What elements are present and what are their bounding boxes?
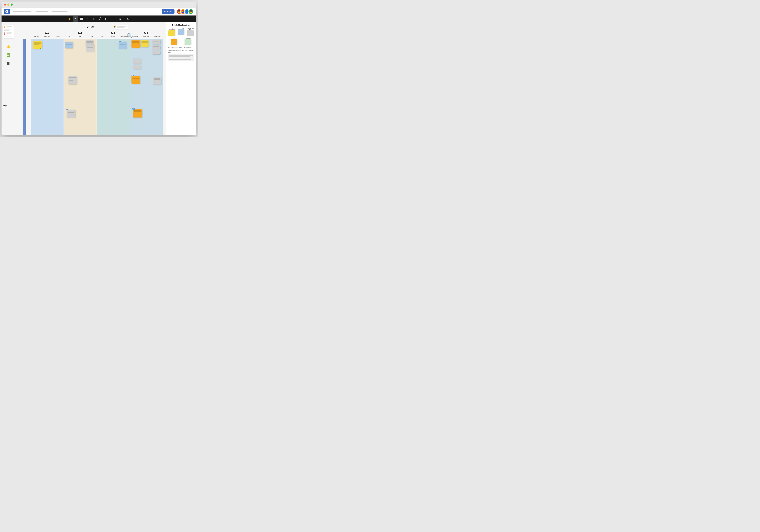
shape-tool-button[interactable]: ◧ (103, 16, 109, 22)
line (154, 78, 160, 79)
nav-item-1[interactable] (13, 11, 31, 12)
line (86, 42, 93, 43)
line (119, 44, 126, 45)
line (66, 43, 72, 43)
row-label-medical: MEDICAL / HEALTHCARE (23, 107, 26, 135)
line (153, 52, 160, 52)
sticky-public-q4-gray3[interactable] (153, 51, 160, 54)
close-button[interactable] (4, 4, 6, 6)
month-may: May (74, 36, 86, 37)
legend-2col: TWG Speaker Ops (167, 38, 194, 45)
nav-item-3[interactable] (52, 11, 68, 12)
sticky-enterprise-q2[interactable]: ⌅ (69, 76, 77, 84)
sticky-public-q4-orange1[interactable]: ⌅ (131, 40, 140, 48)
month-jan: January (30, 36, 41, 37)
high-text: high (3, 105, 7, 107)
app-window: ⟲ Share 👩 👩‍🦰 👤 👨 ✋ ↖ ⬜ ✒ ◈ ╱ ◧ T ▣ (2, 2, 196, 135)
corner-icon: ⌅ (75, 77, 76, 78)
pen-tool-button[interactable]: ✒ (85, 16, 90, 22)
q4-label: Q4 (130, 30, 163, 35)
dot-red (4, 33, 5, 35)
month-aug: August (108, 36, 119, 37)
corner-icon: ⌅ (125, 42, 126, 43)
legend-grid: CTR Participation CTR no slider Translat… (167, 28, 194, 36)
month-dec: December (152, 36, 163, 37)
share-button[interactable]: ⟲ Share (162, 9, 174, 14)
sticky-q3-blue[interactable]: ⌅ (119, 42, 127, 49)
header-right: ⟲ Share 👩 👩‍🦰 👤 👨 (162, 9, 194, 14)
panel-line-4 (168, 59, 191, 60)
line-tool-button[interactable]: ╱ (97, 16, 103, 22)
list-icon[interactable]: ☰ (6, 61, 11, 66)
sticky-public-q2-blue[interactable]: ⌅ (65, 42, 73, 48)
legend-sticky-blue (178, 29, 184, 35)
timeline-container: 2023 Q1 Q2 Q3 Q4 January February March … (18, 25, 163, 123)
comment-tool-button[interactable]: ✉ (125, 16, 131, 22)
new-sticky-medical-q2[interactable]: NEW ⌅ (67, 110, 75, 118)
maximize-button[interactable] (11, 4, 13, 6)
nav-items (13, 11, 159, 12)
line2 (4, 28, 13, 29)
minimize-button[interactable] (7, 4, 9, 6)
line (87, 46, 93, 46)
sticky-medical-q2[interactable]: ⌅ (67, 110, 75, 118)
sidebar-preview-card (3, 25, 14, 38)
zoom-icon[interactable]: 🔍 (127, 33, 133, 39)
dot-orange (4, 26, 5, 28)
line (119, 43, 126, 43)
corner-icon: ⌅ (160, 77, 161, 79)
sticky-apps-q4-1[interactable] (133, 59, 141, 64)
legend-sticky-orange (171, 39, 177, 45)
line (132, 41, 139, 42)
hand-tool-button[interactable]: ✋ (67, 16, 72, 22)
line (134, 60, 140, 60)
sticky-public-q1-yellow[interactable]: ⌅ (33, 41, 42, 49)
line (142, 41, 148, 42)
floating-tooltip (116, 25, 128, 29)
sticky-enterprise-q4-gray[interactable]: ⌅ (153, 77, 161, 84)
sticky-public-q2-gray2[interactable] (86, 45, 94, 52)
legend-label-4: TWG (173, 38, 175, 39)
line (134, 110, 141, 111)
line (132, 42, 139, 43)
left-sidebar: 🔔 ✅ ☰ high ↑ (2, 22, 15, 135)
sticky-medical-q4-orange[interactable]: ⌅ (133, 109, 142, 118)
line (68, 111, 74, 112)
sticky-apps-q4-2[interactable] (133, 65, 141, 69)
share-label: Share (167, 10, 172, 13)
notification-icon[interactable]: 🔔 (6, 44, 11, 49)
new-sticky-medical-q4[interactable]: NEW ⌅ (133, 109, 142, 118)
new-sticky-q3-public[interactable]: NEW ⌅ (119, 42, 127, 49)
corner-icon: ⌅ (71, 42, 72, 43)
month-mar: March (52, 36, 64, 37)
sticky-public-q4-gray2[interactable] (153, 45, 160, 50)
select-tool-button[interactable]: ↖ (73, 16, 78, 22)
canvas-area[interactable]: 2023 Q1 Q2 Q3 Q4 January February March … (15, 22, 166, 135)
corner-icon: ⌅ (74, 110, 75, 111)
new-badge: NEW (130, 75, 134, 76)
row-public-sector: PUBLIC SECTOR ⌅ (18, 39, 163, 55)
title-bar (2, 2, 196, 8)
panel-line-3 (168, 58, 186, 58)
sticky-enterprise-q4-orange[interactable]: ⌅ (131, 76, 140, 84)
line (34, 44, 39, 45)
sticky-public-q4-gray1[interactable] (153, 40, 160, 44)
avatar-4[interactable]: 👨 (188, 9, 194, 14)
panel-note-text: When adding a card to the board, please … (167, 47, 194, 53)
row-medical: MEDICAL / HEALTHCARE NEW ⌅ (18, 107, 163, 123)
sticky-public-q4-yellow[interactable]: ⌅ (141, 40, 149, 47)
line4 (6, 32, 13, 32)
row-apps: APPS (18, 56, 163, 73)
new-sticky-enterprise-q4[interactable]: NEW ⌅ (131, 76, 140, 84)
year-label: 2023 (18, 25, 163, 29)
legend-sticky-yellow (168, 30, 175, 36)
line (69, 80, 73, 80)
check-icon[interactable]: ✅ (6, 52, 11, 58)
highlight-tool-button[interactable]: ◈ (91, 16, 97, 22)
erase-tool-button[interactable]: ⬜ (79, 16, 84, 22)
nav-item-2[interactable] (35, 11, 48, 12)
text-tool-button[interactable]: T (111, 16, 117, 22)
sticky-tool-button[interactable]: ▣ (118, 16, 123, 22)
new-badge: NEW (132, 108, 135, 110)
panel-line-2 (168, 56, 190, 57)
